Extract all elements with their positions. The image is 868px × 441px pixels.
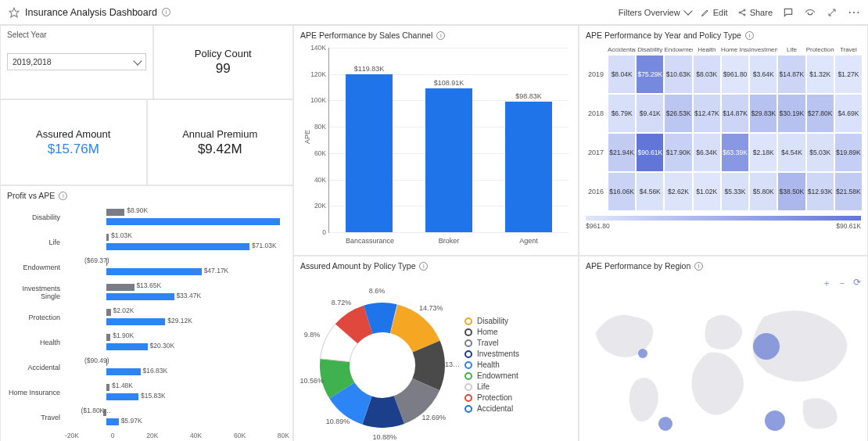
legend-label: Endowment bbox=[477, 371, 518, 380]
heat-cell: $2.62K bbox=[664, 172, 692, 211]
info-icon[interactable]: i bbox=[419, 262, 428, 271]
svg-point-2 bbox=[744, 9, 745, 11]
view-icon[interactable] bbox=[804, 6, 816, 19]
heat-cell: $1.27K bbox=[834, 55, 863, 94]
main-grid: Select Year 2019,2018 Policy Count 99 As… bbox=[0, 25, 868, 441]
ape-value-label: $20.30K bbox=[150, 342, 175, 350]
profit-value-label: $2.02K bbox=[113, 307, 134, 314]
profit-value-label: $1.90K bbox=[113, 332, 134, 339]
bar bbox=[425, 88, 472, 232]
heat-cell: $21.94K bbox=[608, 133, 636, 172]
heat-cell: $26.53K bbox=[664, 94, 692, 133]
heat-cell: $30.19K bbox=[777, 94, 805, 133]
donut-legend-item: Home bbox=[464, 328, 572, 336]
heat-cell: $5.80K bbox=[749, 172, 777, 211]
profit-value-label: ($69.37) bbox=[84, 256, 109, 264]
assured-amount-title: Assured Amount bbox=[36, 128, 110, 140]
policy-count-value: 99 bbox=[216, 61, 231, 77]
share-button[interactable]: Share bbox=[737, 8, 773, 17]
donut-slice-label: 12.69% bbox=[422, 414, 447, 421]
edit-button[interactable]: Edit bbox=[701, 8, 728, 17]
bar bbox=[505, 102, 552, 232]
star-icon[interactable] bbox=[8, 6, 20, 19]
chevron-down-icon bbox=[133, 56, 142, 65]
donut-slice-label: 10.56% bbox=[299, 377, 324, 385]
heat-cell: $2.18K bbox=[749, 133, 777, 172]
donut-slice-label: 13… bbox=[445, 360, 460, 368]
donut-legend-item: Travel bbox=[464, 339, 572, 347]
profit-category: Life bbox=[2, 238, 63, 246]
heat-cell: $4.69K bbox=[834, 94, 863, 133]
donut-slice-label: 10.89% bbox=[326, 418, 350, 425]
bar-value-label: $98.83K bbox=[505, 92, 552, 100]
profit-value-label: ($1.80K… bbox=[81, 407, 111, 414]
heat-cell: $21.58K bbox=[834, 172, 863, 211]
bar-value-label: $108.91K bbox=[425, 79, 472, 87]
info-icon[interactable]: i bbox=[162, 8, 170, 16]
heat-cell: $17.90K bbox=[664, 133, 692, 172]
heat-cell: $10.63K bbox=[664, 55, 692, 94]
annual-premium-card: Annual Premium $9.42M bbox=[147, 99, 294, 185]
assured-amount-card: Assured Amount $15.76M bbox=[0, 99, 147, 185]
year-select[interactable]: 2019,2018 bbox=[7, 53, 146, 70]
heat-cell: $90.61K bbox=[636, 133, 664, 172]
donut-slice-label: 8.72% bbox=[332, 299, 352, 307]
heat-col-header: Travel bbox=[834, 45, 863, 55]
bar-ytick: 140K bbox=[303, 44, 326, 52]
donut-slice-label: 10.88% bbox=[372, 433, 396, 441]
heat-cell: $75.29K bbox=[636, 55, 664, 94]
donut-legend-item: Accidental bbox=[464, 404, 572, 413]
legend-swatch-icon bbox=[464, 383, 472, 391]
bar-value-label: $119.83K bbox=[346, 65, 393, 73]
bar-category: Bancassurance bbox=[346, 237, 393, 245]
select-year-card: Select Year 2019,2018 bbox=[0, 25, 153, 99]
profit-category: Home Insurance bbox=[2, 389, 63, 396]
zoom-out-icon[interactable]: － bbox=[838, 277, 847, 290]
legend-swatch-icon bbox=[464, 361, 472, 369]
legend-label: Health bbox=[477, 360, 500, 369]
legend-swatch-icon bbox=[464, 328, 472, 336]
info-icon[interactable]: i bbox=[59, 192, 67, 200]
heatmap-grid: AccidentalDisabilityEndowmentHealthHome … bbox=[584, 45, 863, 211]
dashboard-title: Insurance Analysis Dashboard bbox=[25, 7, 157, 18]
info-icon[interactable]: i bbox=[694, 262, 703, 271]
heat-cell: $6.34K bbox=[693, 133, 721, 172]
heat-cell: $63.39K bbox=[721, 133, 749, 172]
ape-channel-card: APE Performance by Sales Channel i APE 0… bbox=[293, 25, 579, 256]
zoom-in-icon[interactable]: ＋ bbox=[822, 277, 831, 290]
legend-swatch-icon bbox=[464, 372, 472, 380]
donut-slice-label: 14.73% bbox=[419, 304, 443, 312]
profit-value-label: $1.48K bbox=[112, 382, 133, 389]
profit-value-label: $1.03K bbox=[111, 231, 132, 239]
bar-ytick: 100K bbox=[303, 96, 326, 104]
info-icon[interactable]: i bbox=[745, 31, 754, 40]
profit-category: Accidental bbox=[2, 364, 63, 371]
heat-cell: $8.03K bbox=[693, 55, 721, 94]
heat-cell: $27.80K bbox=[806, 94, 834, 133]
assured-amount-value: $15.76M bbox=[48, 142, 99, 157]
left-column: Select Year 2019,2018 Policy Count 99 As… bbox=[0, 25, 293, 441]
heat-cell: $14.87K bbox=[777, 55, 805, 94]
info-icon[interactable]: i bbox=[436, 31, 445, 40]
year-select-value: 2019,2018 bbox=[13, 57, 52, 66]
heat-cell: $14.87K bbox=[721, 94, 749, 133]
filters-overview-button[interactable]: Filters Overview bbox=[619, 8, 691, 17]
more-icon[interactable]: ⋯ bbox=[848, 6, 860, 19]
chevron-down-icon bbox=[683, 6, 692, 15]
donut-slice-label: 8.6% bbox=[369, 287, 386, 295]
profit-value-label: ($90.49) bbox=[84, 357, 109, 364]
reset-icon[interactable]: ⟳ bbox=[853, 277, 861, 290]
heat-col-header: Disability bbox=[636, 45, 664, 55]
heat-row-header: 2016 bbox=[584, 172, 608, 211]
heat-cell: $12.93K bbox=[806, 172, 834, 211]
expand-icon[interactable] bbox=[826, 6, 838, 19]
mid-column: APE Performance by Sales Channel i APE 0… bbox=[293, 25, 579, 441]
heat-cell: $961.80 bbox=[721, 55, 749, 94]
heat-col-header: Endowment bbox=[664, 45, 692, 55]
comment-icon[interactable] bbox=[782, 6, 794, 19]
profit-x-axis: -20K020K40K60K80K bbox=[65, 432, 292, 439]
heat-col-header: Life bbox=[777, 45, 805, 55]
heat-cell: $8.04K bbox=[608, 55, 636, 94]
heat-row-header: 2018 bbox=[584, 94, 608, 133]
legend-label: Home bbox=[477, 328, 498, 336]
